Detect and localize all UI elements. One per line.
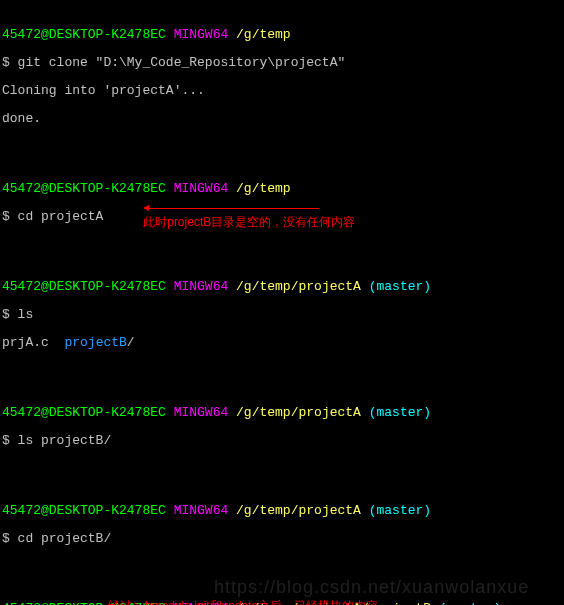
cmd-ls: $ ls — [2, 308, 562, 322]
prompt-line: 45472@DESKTOP-K2478EC MINGW64 /g/temp — [2, 28, 562, 42]
blank — [2, 238, 562, 252]
blank — [2, 364, 562, 378]
env: MINGW64 — [174, 27, 229, 42]
cmd-cd-projectb: $ cd projectB/ — [2, 532, 562, 546]
cmd-git-clone: $ git clone "D:\My_Code_Repository\proje… — [2, 56, 562, 70]
blank — [2, 140, 562, 154]
prompt-line: 45472@DESKTOP-K2478EC MINGW64 /g/temp/pr… — [2, 406, 562, 420]
ls-output: prjA.c projectB/ — [2, 336, 562, 350]
cwd: /g/temp — [236, 27, 291, 42]
annotation-arrow-2: 经过submodule init和update之后，已经模块的内容 — [95, 585, 378, 605]
dir-entry: projectB — [64, 335, 126, 350]
user-host: 45472@DESKTOP-K2478EC — [2, 27, 166, 42]
output-line: done. — [2, 112, 562, 126]
blank — [2, 560, 562, 574]
annotation-arrow-1: 此时projectB目录是空的，没有任何内容 — [130, 187, 355, 229]
annotation-text-1: 此时projectB目录是空的，没有任何内容 — [143, 215, 355, 229]
blank — [2, 462, 562, 476]
terminal[interactable]: 45472@DESKTOP-K2478EC MINGW64 /g/temp $ … — [0, 0, 564, 605]
prompt-line: 45472@DESKTOP-K2478EC MINGW64 /g/temp/pr… — [2, 504, 562, 518]
prompt-line: 45472@DESKTOP-K2478EC MINGW64 /g/temp/pr… — [2, 280, 562, 294]
output-line: Cloning into 'projectA'... — [2, 84, 562, 98]
annotation-text-2: 经过submodule init和update之后，已经模块的内容 — [108, 599, 378, 605]
cmd-ls-projectb: $ ls projectB/ — [2, 434, 562, 448]
